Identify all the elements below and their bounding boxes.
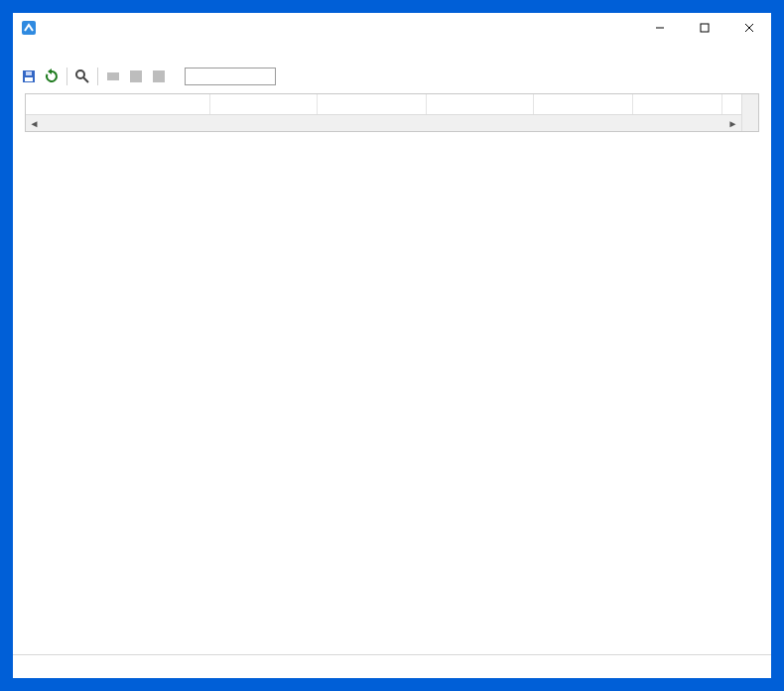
svg-line-9 [83,77,88,82]
svg-rect-7 [26,71,32,75]
save-icon[interactable] [19,67,39,86]
svg-rect-12 [153,70,165,82]
svg-rect-6 [25,77,33,81]
col-virustotal[interactable] [633,94,722,114]
list-pane: ◄► [25,93,759,132]
menu-help[interactable] [65,51,80,55]
svg-rect-10 [107,72,119,80]
refresh-icon[interactable] [42,67,62,86]
col-autorun-entry[interactable] [26,94,210,114]
vertical-scrollbar[interactable] [741,94,758,131]
menu-entry[interactable] [33,51,49,55]
svg-rect-2 [701,24,709,32]
column-headers [26,94,741,114]
svg-rect-0 [22,21,36,35]
titlebar [13,13,771,43]
close-button[interactable] [726,13,771,43]
menu-file[interactable] [17,51,33,55]
svg-rect-11 [130,70,142,82]
minimize-button[interactable] [637,13,682,43]
toolbar [13,63,771,90]
app-icon [21,20,37,36]
delete-icon[interactable] [149,67,169,86]
tabs-area: ◄► [13,90,771,136]
menu-options[interactable] [49,51,65,55]
statusbar [13,654,771,678]
col-image-path[interactable] [427,94,534,114]
application-window: ◄► [12,12,772,679]
filter-input[interactable] [185,68,276,85]
maximize-button[interactable] [682,13,726,43]
svg-point-8 [76,70,84,78]
find-icon[interactable] [72,67,92,86]
horizontal-scrollbar[interactable]: ◄► [26,114,741,131]
col-publisher[interactable] [318,94,427,114]
properties-icon[interactable] [126,67,146,86]
menubar [13,43,771,63]
jump-icon[interactable] [103,67,123,86]
col-timestamp[interactable] [534,94,633,114]
col-description[interactable] [210,94,318,114]
